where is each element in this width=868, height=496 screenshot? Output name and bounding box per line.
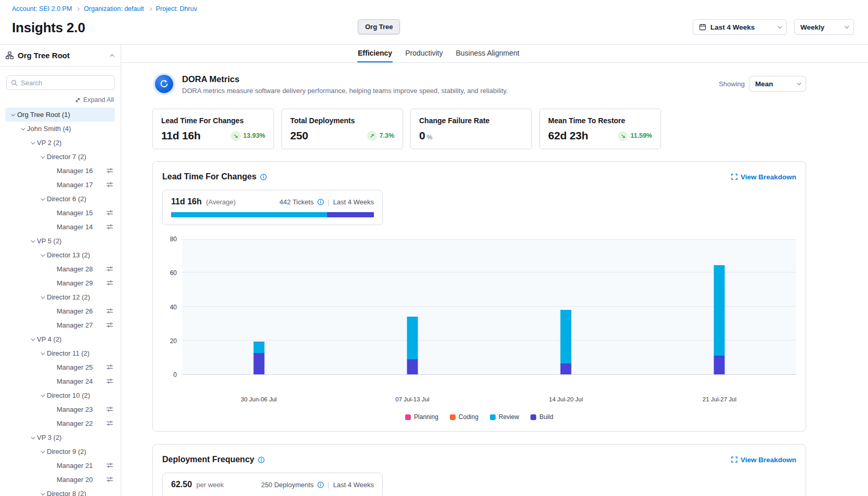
tab-business-alignment[interactable]: Business Alignment bbox=[456, 45, 520, 62]
breadcrumb-organization-link[interactable]: Organization: default bbox=[84, 5, 144, 12]
tree-item[interactable]: John Smith (4) bbox=[0, 122, 121, 136]
sliders-icon[interactable] bbox=[106, 167, 113, 174]
sliders-icon[interactable] bbox=[106, 279, 113, 286]
main-content: DORA Metrics DORA metrics measure softwa… bbox=[121, 63, 868, 496]
collapse-chevron-up-icon[interactable] bbox=[110, 54, 114, 58]
sliders-icon[interactable] bbox=[106, 420, 113, 427]
sliders-icon[interactable] bbox=[106, 181, 113, 188]
tree-item[interactable]: Manager 26 bbox=[0, 304, 121, 318]
chevron-down-icon[interactable] bbox=[37, 254, 47, 257]
chevron-down-icon[interactable] bbox=[27, 436, 37, 439]
tree-item[interactable]: Manager 23 bbox=[0, 402, 121, 416]
y-axis: 020406080 bbox=[162, 239, 182, 375]
tree-item[interactable]: VP 5 (2) bbox=[0, 234, 121, 248]
info-icon[interactable] bbox=[317, 481, 324, 488]
chevron-down-icon[interactable] bbox=[37, 450, 47, 453]
search-input[interactable] bbox=[21, 79, 110, 87]
tree-item[interactable]: Director 10 (2) bbox=[0, 388, 121, 402]
tab-productivity[interactable]: Productivity bbox=[405, 45, 443, 62]
chevron-down-icon[interactable] bbox=[37, 352, 47, 355]
legend-label: Planning bbox=[414, 413, 438, 421]
info-icon[interactable] bbox=[258, 456, 265, 463]
chevron-down-icon[interactable] bbox=[27, 338, 37, 341]
tree-item[interactable]: Director 12 (2) bbox=[0, 290, 121, 304]
stacked-bar[interactable] bbox=[714, 265, 725, 374]
tree-item[interactable]: Manager 22 bbox=[0, 416, 121, 430]
chevron-down-icon[interactable] bbox=[37, 394, 47, 397]
y-tick-label: 60 bbox=[170, 269, 177, 277]
sliders-icon[interactable] bbox=[106, 209, 113, 216]
stacked-bar[interactable] bbox=[253, 342, 264, 374]
chevron-down-icon[interactable] bbox=[27, 240, 37, 243]
stacked-bar[interactable] bbox=[407, 317, 418, 374]
breadcrumb-account-link[interactable]: Account: SEI 2.0 PM bbox=[12, 5, 72, 12]
tree-item[interactable]: Org Tree Root (1) bbox=[5, 108, 115, 122]
stacked-bar[interactable] bbox=[561, 310, 572, 374]
tree-item[interactable]: VP 4 (2) bbox=[0, 332, 121, 346]
info-icon[interactable] bbox=[317, 199, 324, 205]
info-icon[interactable] bbox=[260, 174, 267, 180]
legend-item-review[interactable]: Review bbox=[490, 413, 519, 421]
x-tick-label: 21 Jul-27 Jul bbox=[703, 396, 736, 402]
tree-item[interactable]: Director 7 (2) bbox=[0, 150, 121, 164]
showing-label: Showing bbox=[719, 80, 745, 88]
tree-item[interactable]: Manager 14 bbox=[0, 220, 121, 234]
dora-description: DORA metrics measure software delivery p… bbox=[182, 87, 508, 95]
org-tree-button[interactable]: Org Tree bbox=[358, 19, 400, 34]
tree-item[interactable]: Manager 21 bbox=[0, 459, 121, 473]
tree-item[interactable]: Manager 17 bbox=[0, 178, 121, 192]
lead-time-title-text: Lead Time For Changes bbox=[162, 172, 256, 181]
tree-item-label: Manager 16 bbox=[57, 167, 93, 175]
legend-item-planning[interactable]: Planning bbox=[405, 413, 438, 421]
sliders-icon[interactable] bbox=[106, 462, 113, 469]
chevron-down-icon[interactable] bbox=[7, 113, 17, 116]
chart-legend: PlanningCodingReviewBuild bbox=[162, 413, 796, 421]
sliders-icon[interactable] bbox=[106, 476, 113, 483]
sliders-icon[interactable] bbox=[106, 265, 113, 272]
tree-item[interactable]: Director 9 (2) bbox=[0, 445, 121, 459]
legend-item-coding[interactable]: Coding bbox=[450, 413, 478, 421]
tree-item[interactable]: Manager 20 bbox=[0, 473, 121, 487]
time-range-select[interactable]: Last 4 Weeks bbox=[693, 19, 787, 35]
chevron-down-icon[interactable] bbox=[27, 141, 37, 145]
tab-efficiency[interactable]: Efficiency bbox=[357, 45, 393, 62]
showing-select[interactable]: Mean bbox=[749, 76, 806, 92]
tree-item[interactable]: Manager 15 bbox=[0, 206, 121, 220]
tree-item[interactable]: VP 3 (2) bbox=[0, 430, 121, 445]
sliders-icon[interactable] bbox=[106, 406, 113, 413]
legend-item-build[interactable]: Build bbox=[530, 413, 553, 421]
tree-item-label: Director 13 (2) bbox=[47, 251, 90, 259]
breadcrumb-project-link[interactable]: Project: Dhruv bbox=[156, 5, 197, 12]
tree-item[interactable]: Director 6 (2) bbox=[0, 192, 121, 206]
chevron-down-icon[interactable] bbox=[37, 198, 47, 201]
tree-item[interactable]: Director 13 (2) bbox=[0, 248, 121, 262]
build-bar-segment bbox=[561, 363, 572, 374]
chevron-down-icon[interactable] bbox=[37, 296, 47, 299]
sliders-icon[interactable] bbox=[106, 307, 113, 315]
sliders-icon[interactable] bbox=[106, 363, 113, 371]
granularity-select[interactable]: Weekly bbox=[794, 19, 854, 35]
tree-item[interactable]: Manager 28 bbox=[0, 262, 121, 276]
showing-control: Showing Mean bbox=[719, 76, 806, 92]
tree-item[interactable]: Manager 29 bbox=[0, 276, 121, 290]
chevron-down-icon[interactable] bbox=[37, 492, 47, 495]
build-bar-segment bbox=[253, 353, 264, 374]
deployment-view-breakdown-link[interactable]: View Breakdown bbox=[731, 456, 796, 464]
sliders-icon[interactable] bbox=[106, 223, 113, 230]
tree-item[interactable]: Manager 27 bbox=[0, 318, 121, 332]
tree-item[interactable]: VP 2 (2) bbox=[0, 136, 121, 150]
lead-time-average-suffix: (Average) bbox=[206, 198, 236, 206]
tree-item[interactable]: Manager 25 bbox=[0, 360, 121, 374]
expand-all-button[interactable]: Expand All bbox=[0, 96, 114, 103]
sliders-icon[interactable] bbox=[106, 377, 113, 385]
chevron-down-icon[interactable] bbox=[17, 127, 27, 130]
tree-item-label: Manager 27 bbox=[57, 321, 93, 329]
tree-item[interactable]: Manager 24 bbox=[0, 374, 121, 388]
sliders-icon[interactable] bbox=[106, 321, 113, 329]
review-bar-segment bbox=[253, 342, 264, 353]
tree-item[interactable]: Manager 16 bbox=[0, 164, 121, 178]
tree-item[interactable]: Director 11 (2) bbox=[0, 346, 121, 360]
chevron-down-icon[interactable] bbox=[37, 155, 47, 159]
tree-item[interactable]: Director 8 (2) bbox=[0, 487, 121, 496]
lead-time-view-breakdown-link[interactable]: View Breakdown bbox=[731, 173, 796, 181]
